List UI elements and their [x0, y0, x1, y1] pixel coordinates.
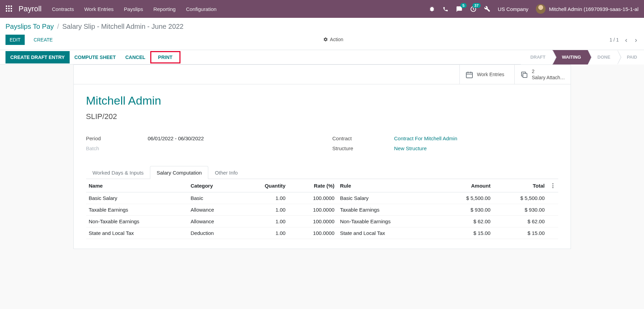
cell-rule: State and Local Tax	[337, 227, 439, 239]
navbar-right: 5 37 US Company Mitchell Admin (16970939…	[429, 4, 639, 14]
cell-qty: 1.00	[241, 192, 289, 204]
nav-links: Contracts Work Entries Payslips Reportin…	[52, 6, 216, 12]
breadcrumb-parent[interactable]: Payslips To Pay	[5, 23, 54, 30]
breadcrumb: Payslips To Pay / Salary Slip - Mitchell…	[5, 23, 184, 31]
create-draft-entry-button[interactable]: CREATE DRAFT ENTRY	[5, 51, 70, 63]
navbar: Payroll Contracts Work Entries Payslips …	[0, 0, 644, 18]
svg-rect-7	[8, 10, 10, 12]
nav-link-work-entries[interactable]: Work Entries	[84, 6, 114, 12]
nav-link-payslips[interactable]: Payslips	[124, 6, 143, 12]
cell-amount: $ 930.00	[439, 204, 493, 216]
print-button[interactable]: PRINT	[150, 51, 180, 63]
tab-salary-computation[interactable]: Salary Computation	[150, 166, 208, 179]
status-waiting[interactable]: WAITING	[552, 50, 588, 64]
messages-icon[interactable]: 5	[456, 6, 462, 12]
messages-badge: 5	[460, 3, 467, 8]
app-brand[interactable]: Payroll	[19, 4, 42, 13]
cell-name: Basic Salary	[86, 192, 188, 204]
th-category[interactable]: Category	[188, 179, 241, 192]
salary-table: Name Category Quantity Rate (%) Rule Amo…	[86, 179, 558, 239]
tab-other-info[interactable]: Other Info	[208, 166, 244, 179]
svg-rect-5	[11, 8, 12, 9]
svg-rect-1	[8, 5, 10, 7]
cell-rule: Taxable Earnings	[337, 204, 439, 216]
field-contract: Contract Contract For Mitchell Admin	[332, 133, 558, 143]
th-rate[interactable]: Rate (%)	[288, 179, 337, 192]
field-period: Period 06/01/2022 - 06/30/2022	[86, 133, 312, 143]
svg-rect-4	[8, 8, 10, 9]
cell-total: $ 15.00	[493, 227, 548, 239]
period-value: 06/01/2022 - 06/30/2022	[148, 135, 204, 141]
th-rule[interactable]: Rule	[337, 179, 439, 192]
cell-blank	[548, 227, 558, 239]
table-row[interactable]: State and Local TaxDeduction1.00100.0000…	[86, 227, 558, 239]
breadcrumb-sep: /	[57, 23, 59, 30]
cell-total: $ 5,500.00	[493, 192, 548, 204]
stat-work-entries[interactable]: Work Entries	[459, 65, 514, 84]
svg-rect-10	[466, 72, 472, 78]
cell-rule: Basic Salary	[337, 192, 439, 204]
gear-icon	[323, 37, 328, 42]
cell-amount: $ 15.00	[439, 227, 493, 239]
th-options-icon[interactable]: ⋮	[548, 179, 558, 192]
cell-name: Non-Taxable Earnings	[86, 216, 188, 227]
edit-button[interactable]: EDIT	[5, 35, 25, 45]
nav-link-contracts[interactable]: Contracts	[52, 6, 74, 12]
table-row[interactable]: Basic SalaryBasic1.00100.0000Basic Salar…	[86, 192, 558, 204]
cell-amount: $ 62.00	[439, 216, 493, 227]
svg-rect-0	[6, 5, 7, 7]
cell-category: Basic	[188, 192, 241, 204]
cell-name: State and Local Tax	[86, 227, 188, 239]
company-selector[interactable]: US Company	[498, 6, 528, 12]
th-amount[interactable]: Amount	[439, 179, 493, 192]
calendar-icon	[465, 70, 473, 79]
apps-icon[interactable]	[5, 5, 13, 13]
stat-salary-attachments[interactable]: 2 Salary Attach…	[514, 65, 571, 84]
cell-blank	[548, 216, 558, 227]
pager-prev[interactable]: ‹	[624, 36, 629, 44]
activities-badge: 37	[472, 3, 481, 8]
cell-total: $ 930.00	[493, 204, 548, 216]
status-flow: DRAFT WAITING DONE PAID	[521, 50, 644, 64]
th-total[interactable]: Total	[493, 179, 548, 192]
button-box: Work Entries 2 Salary Attach…	[74, 65, 571, 84]
cell-rate: 100.0000	[288, 216, 337, 227]
cell-blank	[548, 192, 558, 204]
cell-rule: Non-Taxable Earnings	[337, 216, 439, 227]
action-dropdown[interactable]: Action	[323, 37, 343, 42]
table-row[interactable]: Taxable EarningsAllowance1.00100.0000Tax…	[86, 204, 558, 216]
stat-work-entries-label: Work Entries	[477, 71, 504, 78]
cell-rate: 100.0000	[288, 227, 337, 239]
pager-count: 1 / 1	[609, 37, 619, 43]
avatar	[536, 4, 546, 14]
create-button[interactable]: CREATE	[30, 35, 57, 45]
svg-rect-6	[6, 10, 7, 12]
activities-icon[interactable]: 37	[470, 6, 477, 12]
field-structure: Structure New Structure	[332, 143, 558, 153]
tab-worked-days[interactable]: Worked Days & Inputs	[86, 166, 150, 179]
breadcrumb-current: Salary Slip - Mitchell Admin - June 2022	[62, 23, 184, 30]
control-panel: Payslips To Pay / Salary Slip - Mitchell…	[0, 18, 644, 64]
status-draft[interactable]: DRAFT	[521, 50, 552, 64]
structure-value[interactable]: New Structure	[394, 145, 427, 151]
bug-icon[interactable]	[429, 6, 435, 12]
th-name[interactable]: Name	[86, 179, 188, 192]
contract-value[interactable]: Contract For Mitchell Admin	[394, 135, 457, 141]
contract-label: Contract	[332, 135, 394, 141]
tabs: Worked Days & Inputs Salary Computation …	[86, 166, 558, 179]
stat-attach-count: 2	[532, 68, 565, 74]
th-quantity[interactable]: Quantity	[241, 179, 289, 192]
table-row[interactable]: Non-Taxable EarningsAllowance1.00100.000…	[86, 216, 558, 227]
cell-name: Taxable Earnings	[86, 204, 188, 216]
form-sheet: Work Entries 2 Salary Attach… Mitchell A…	[73, 64, 571, 249]
record-reference: SLIP/202	[86, 112, 558, 121]
cancel-button[interactable]: CANCEL	[120, 51, 150, 63]
compute-sheet-button[interactable]: COMPUTE SHEET	[70, 51, 121, 63]
status-done[interactable]: DONE	[588, 50, 617, 64]
nav-link-configuration[interactable]: Configuration	[186, 6, 216, 12]
pager-next[interactable]: ›	[633, 36, 639, 44]
phone-icon[interactable]	[443, 6, 448, 12]
user-menu[interactable]: Mitchell Admin (16970939-saas-15-1-al	[536, 4, 639, 14]
tools-icon[interactable]	[484, 6, 490, 12]
nav-link-reporting[interactable]: Reporting	[153, 6, 176, 12]
